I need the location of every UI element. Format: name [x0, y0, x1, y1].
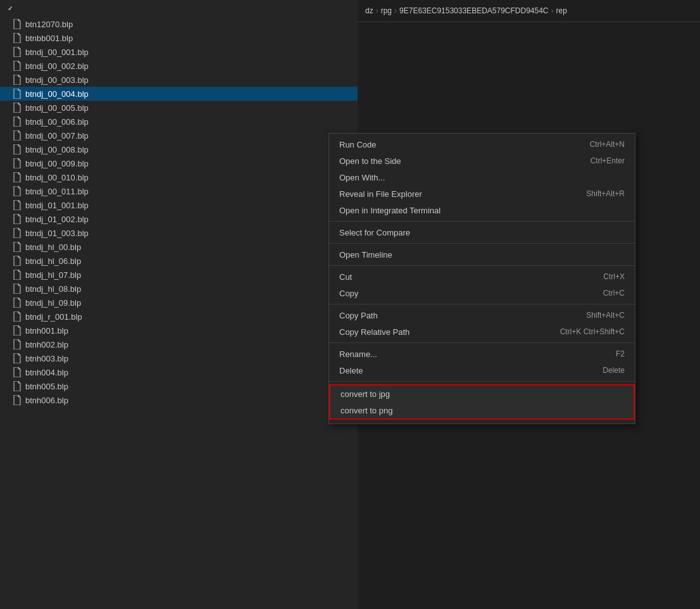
menu-item[interactable]: CutCtrl+X — [329, 268, 635, 285]
file-item[interactable]: btndj_r_001.blp — [0, 310, 358, 323]
menu-item-label: Copy — [339, 289, 358, 298]
file-name: btnbb001.blp — [25, 34, 73, 43]
file-item[interactable]: btnh001.blp — [0, 323, 358, 337]
file-icon — [13, 284, 22, 294]
menu-item-shortcut: Ctrl+C — [603, 289, 625, 298]
menu-item-label: Delete — [339, 366, 363, 375]
file-list: btn12070.blp btnbb001.blp btndj_00_001.b… — [0, 17, 358, 407]
file-item[interactable]: btndj_00_009.blp — [0, 156, 358, 170]
menu-separator — [329, 221, 635, 222]
file-item[interactable]: btnh003.blp — [0, 351, 358, 365]
breadcrumb-separator: › — [376, 6, 378, 15]
file-name: btnh004.blp — [25, 368, 68, 377]
menu-item[interactable]: Open in Integrated Terminal — [329, 202, 635, 218]
menu-item-label: Copy Relative Path — [339, 327, 409, 337]
menu-item[interactable]: Open to the SideCtrl+Enter — [329, 153, 635, 169]
file-icon — [13, 200, 22, 210]
menu-item[interactable]: DeleteDelete — [329, 362, 635, 379]
file-icon — [13, 228, 22, 238]
file-item[interactable]: btnh004.blp — [0, 365, 358, 379]
file-icon — [13, 298, 22, 308]
file-item[interactable]: btnh005.blp — [0, 379, 358, 393]
menu-item-highlighted[interactable]: convert to jpg — [330, 386, 634, 402]
file-name: btnh001.blp — [25, 326, 68, 336]
context-menu: Run CodeCtrl+Alt+NOpen to the SideCtrl+E… — [328, 133, 635, 424]
file-name: btnh003.blp — [25, 354, 68, 363]
file-icon — [13, 158, 22, 168]
file-item[interactable]: btndj_00_011.blp — [0, 184, 358, 198]
file-item[interactable]: btndj_00_010.blp — [0, 170, 358, 184]
menu-item-label: Open in Integrated Terminal — [339, 206, 441, 215]
breadcrumb-part[interactable]: dz — [365, 6, 373, 15]
file-icon — [13, 47, 22, 57]
menu-item[interactable]: Select for Compare — [329, 224, 635, 241]
menu-item[interactable]: CopyCtrl+C — [329, 285, 635, 301]
file-icon — [13, 270, 22, 280]
file-item[interactable]: btn12070.blp — [0, 17, 358, 31]
breadcrumb-part[interactable]: rpg — [381, 6, 392, 15]
file-item[interactable]: btndj_01_001.blp — [0, 198, 358, 212]
breadcrumb-part[interactable]: 9E7E63EC9153033EBEDA579CFDD9454C — [399, 6, 548, 15]
file-item[interactable]: btndj_00_002.blp — [0, 59, 358, 73]
file-item[interactable]: btndj_00_001.blp — [0, 45, 358, 59]
file-item[interactable]: btndj_hl_09.blp — [0, 296, 358, 310]
file-icon — [13, 395, 22, 405]
menu-item-shortcut: Delete — [603, 366, 625, 375]
file-item[interactable]: btndj_hl_06.blp — [0, 254, 358, 268]
file-name: btnh006.blp — [25, 396, 68, 405]
file-icon — [13, 33, 22, 43]
file-name: btndj_00_002.blp — [25, 61, 89, 71]
menu-item-highlighted[interactable]: convert to png — [330, 402, 634, 418]
file-icon — [13, 256, 22, 266]
menu-item-shortcut: Ctrl+Enter — [591, 156, 625, 165]
file-name: btndj_00_011.blp — [25, 187, 89, 196]
file-icon — [13, 367, 22, 377]
file-icon — [13, 339, 22, 349]
file-name: btndj_01_002.blp — [25, 215, 89, 224]
file-name: btndj_00_007.blp — [25, 131, 89, 141]
sidebar-header: ✓ — [0, 0, 358, 17]
file-item[interactable]: btndj_00_007.blp — [0, 129, 358, 142]
file-name: btndj_r_001.blp — [25, 312, 82, 322]
menu-item[interactable]: Open With... — [329, 169, 635, 185]
file-item[interactable]: btnh006.blp — [0, 393, 358, 407]
breadcrumb-separator: › — [394, 6, 397, 15]
file-item[interactable]: btndj_hl_00.blp — [0, 240, 358, 254]
menu-item-label: Select for Compare — [339, 228, 410, 237]
file-name: btndj_hl_07.blp — [25, 270, 81, 280]
menu-highlighted-section: convert to jpgconvert to png — [329, 384, 635, 420]
menu-item[interactable]: Reveal in File ExplorerShift+Alt+R — [329, 185, 635, 202]
file-icon — [13, 144, 22, 154]
file-item[interactable]: btnbb001.blp — [0, 31, 358, 45]
menu-item-label: Run Code — [339, 140, 377, 149]
file-name: btn12070.blp — [25, 20, 73, 29]
breadcrumb-part[interactable]: rep — [556, 6, 567, 15]
file-item[interactable]: btndj_00_004.blp — [0, 87, 358, 101]
file-item[interactable]: btndj_00_003.blp — [0, 73, 358, 87]
menu-item[interactable]: Copy PathShift+Alt+C — [329, 307, 635, 323]
file-item[interactable]: btndj_01_002.blp — [0, 212, 358, 226]
menu-item-shortcut: Shift+Alt+R — [586, 189, 625, 198]
file-item[interactable]: btndj_01_003.blp — [0, 226, 358, 240]
sidebar: ✓ btn12070.blp btnbb001.blp btndj_00_001… — [0, 0, 358, 609]
file-item[interactable]: btndj_hl_08.blp — [0, 282, 358, 296]
menu-item-label: Rename... — [339, 349, 377, 359]
file-item[interactable]: btndj_00_006.blp — [0, 115, 358, 129]
menu-item-label: Open Timeline — [339, 250, 392, 260]
file-icon — [13, 116, 22, 127]
file-icon — [13, 19, 22, 29]
menu-item-shortcut: Ctrl+Alt+N — [590, 140, 625, 149]
file-name: btndj_hl_00.blp — [25, 242, 81, 252]
file-icon — [13, 353, 22, 363]
file-item[interactable]: btndj_hl_07.blp — [0, 268, 358, 282]
menu-item[interactable]: Run CodeCtrl+Alt+N — [329, 136, 635, 153]
menu-item[interactable]: Rename...F2 — [329, 346, 635, 362]
file-item[interactable]: btnh002.blp — [0, 337, 358, 351]
file-item[interactable]: btndj_00_008.blp — [0, 142, 358, 156]
file-icon — [13, 130, 22, 141]
file-item[interactable]: btndj_00_005.blp — [0, 101, 358, 115]
file-name: btnh005.blp — [25, 382, 68, 391]
menu-item-shortcut: Ctrl+K Ctrl+Shift+C — [560, 327, 625, 336]
menu-item[interactable]: Open Timeline — [329, 246, 635, 263]
menu-item[interactable]: Copy Relative PathCtrl+K Ctrl+Shift+C — [329, 323, 635, 340]
